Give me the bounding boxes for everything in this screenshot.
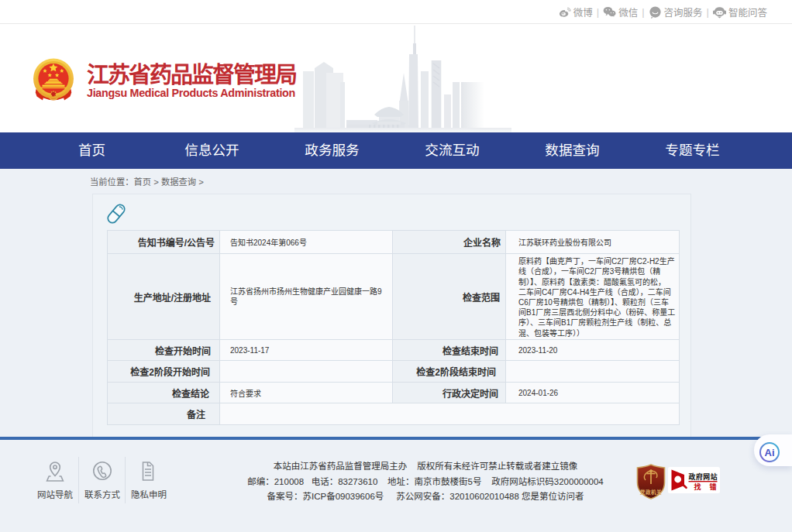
svg-text:政府网站: 政府网站 [689, 472, 718, 481]
svg-text:党政机关: 党政机关 [640, 489, 662, 496]
svg-text:找错: 找错 [694, 482, 721, 491]
svg-text:Ai: Ai [765, 447, 775, 458]
